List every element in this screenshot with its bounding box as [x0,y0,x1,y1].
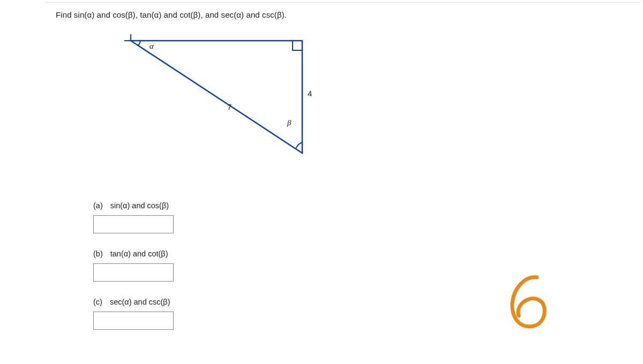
part-c-letter: (c) [93,298,102,306]
part-b-label: (b)tan(α) and cot(β) [93,249,629,258]
part-c-text: sec(α) and csc(β) [110,298,170,306]
part-a: (a)sin(α) and cos(β) [93,201,629,233]
question-prompt: Find sin(α) and cos(β), tan(α) and cot(β… [56,10,629,19]
part-c-input[interactable] [93,312,174,330]
part-a-input[interactable] [93,215,174,233]
alpha-label: α [149,42,154,51]
part-a-letter: (a) [93,201,103,210]
handwritten-six-icon [504,273,552,332]
svg-marker-0 [131,41,302,153]
part-b-letter: (b) [93,249,103,258]
hypotenuse-length: 7 [227,102,231,111]
part-b-input[interactable] [93,263,174,282]
part-b-text: tan(α) and cot(β) [110,249,168,258]
side-length: 4 [308,89,312,98]
part-a-text: sin(α) and cos(β) [110,201,169,210]
handwritten-annotation [504,273,552,332]
beta-label: β [287,118,291,127]
triangle-figure: α β 7 4 [120,30,334,164]
part-a-label: (a)sin(α) and cos(β) [93,201,629,210]
